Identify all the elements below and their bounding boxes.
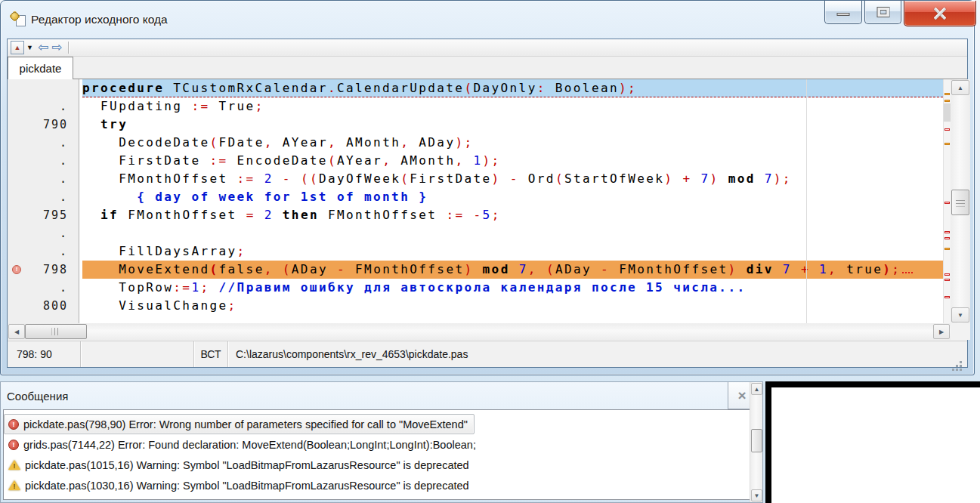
message-item[interactable]: !pickdate.pas(1030,16) Warning: Symbol "…: [4, 475, 476, 495]
browse-forward-icon[interactable]: ⇨: [51, 41, 62, 54]
line-number: 800: [43, 299, 68, 313]
close-button[interactable]: [904, 1, 976, 26]
code-line[interactable]: if FMonthOffset = 2 then FMonthOffset :=…: [82, 206, 943, 224]
warning-icon: !: [8, 460, 20, 471]
warning-scroll-mark: [944, 100, 950, 102]
file-path: C:\lazarus\components\rx_rev_4653\pickda…: [228, 341, 967, 367]
close-icon: [940, 12, 955, 15]
horizontal-scrollbar-thumb[interactable]: [25, 324, 87, 339]
editor-toolbar: ▲ ▼ ⇦ ⇨: [8, 39, 967, 57]
thumb-grip: [956, 199, 965, 207]
maximize-icon: [877, 8, 889, 17]
vertical-scrollbar-thumb[interactable]: [951, 190, 969, 215]
editor-client-area: ▲ ▼ ⇦ ⇨ pickdate .790....795..!798.800 p…: [7, 39, 968, 368]
gutter-cell[interactable]: .: [8, 134, 79, 152]
thumb-grip: [52, 328, 60, 335]
title-bar[interactable]: Редактор исходного кода: [1, 1, 974, 39]
tab-bar: pickdate: [8, 57, 967, 79]
gutter-cell[interactable]: .: [8, 224, 79, 242]
line-number: .: [60, 172, 68, 186]
window-title: Редактор исходного кода: [31, 13, 168, 26]
messages-title: Сообщения: [7, 390, 68, 403]
code-line[interactable]: FMonthOffset := 2 - ((DayOfWeek(FirstDat…: [82, 170, 943, 188]
gutter-cell[interactable]: .: [8, 170, 79, 188]
scroll-down-button[interactable]: ▼: [751, 489, 762, 501]
gutter-cell[interactable]: !798: [8, 261, 79, 279]
gutter-cell[interactable]: [8, 79, 79, 97]
editor-zone: .790....795..!798.800 procedure TCustomR…: [8, 79, 970, 323]
line-number: 798: [43, 263, 68, 276]
messages-title-bar[interactable]: Сообщения: [1, 382, 762, 409]
messages-scrollbar-thumb[interactable]: [751, 429, 762, 452]
gutter-cell[interactable]: 800: [8, 297, 79, 315]
error-scroll-mark: [944, 279, 950, 281]
code-line[interactable]: FillDaysArray;: [82, 242, 943, 261]
code-line[interactable]: try: [82, 116, 943, 134]
insert-mode-indicator: ВСТ: [194, 341, 228, 367]
caret-position: 798: 90: [8, 341, 81, 367]
line-number: .: [60, 245, 68, 258]
gear-shape: [11, 12, 19, 20]
messages-window: Сообщения × !pickdate.pas(798,90) Error:…: [0, 381, 763, 503]
toolbar-separator: [68, 42, 69, 54]
browse-back-icon[interactable]: ⇦: [38, 41, 48, 54]
resize-grip[interactable]: [960, 361, 962, 363]
horizontal-scrollbar[interactable]: ◀ ▶: [8, 323, 951, 340]
warning-icon: !: [8, 480, 20, 491]
scroll-right-button[interactable]: ▶: [933, 324, 950, 339]
code-line[interactable]: VisualChange;: [82, 297, 943, 315]
lazarus-app-icon: [11, 11, 26, 26]
message-item[interactable]: !pickdate.pas(798,90) Error: Wrong numbe…: [4, 414, 475, 434]
minimize-icon: [837, 13, 850, 16]
code-line[interactable]: DecodeDate(FDate, AYear, AMonth, ADay);: [82, 134, 943, 152]
minimize-button[interactable]: [824, 1, 862, 24]
visible-range-indicator: [944, 103, 951, 122]
error-squiggle-icon: [902, 270, 913, 273]
scroll-down-button[interactable]: ▼: [951, 307, 969, 322]
line-number: .: [60, 100, 68, 113]
error-mark-icon: !: [12, 265, 21, 274]
maximize-button[interactable]: [864, 1, 901, 24]
gutter-cell[interactable]: 790: [8, 116, 79, 134]
scroll-up-button[interactable]: ▲: [951, 80, 969, 95]
error-scroll-mark: [944, 296, 950, 298]
background-window: [765, 381, 980, 503]
gutter[interactable]: .790....795..!798.800: [8, 79, 79, 323]
warning-scroll-mark: [944, 143, 950, 145]
code-area[interactable]: procedure TCustomRxCalendar.CalendarUpda…: [82, 79, 943, 323]
line-number: .: [60, 154, 68, 168]
gutter-cell[interactable]: .: [8, 152, 79, 170]
gutter-cell[interactable]: .: [8, 279, 79, 297]
background-window-content: [771, 387, 980, 503]
jump-back-icon[interactable]: ▲: [11, 41, 24, 54]
warning-scroll-mark: [944, 248, 950, 250]
code-line[interactable]: procedure TCustomRxCalendar.CalendarUpda…: [82, 79, 943, 97]
code-line[interactable]: FUpdating := True;: [82, 97, 943, 116]
gutter-cell[interactable]: .: [8, 188, 79, 206]
line-number: 790: [43, 118, 68, 131]
code-line[interactable]: { day of week for 1st of month }: [82, 188, 943, 206]
messages-scrollbar[interactable]: ▲ ▼: [750, 382, 762, 502]
chevron-down-icon[interactable]: ▼: [26, 44, 33, 51]
message-item[interactable]: !grids.pas(7144,22) Error: Found declara…: [4, 434, 483, 455]
message-item[interactable]: !pickdate.pas(1015,16) Warning: Symbol "…: [4, 455, 476, 475]
line-number: .: [60, 136, 68, 150]
vertical-scrollbar[interactable]: ▲ ▼: [951, 79, 970, 323]
code-line[interactable]: [82, 224, 943, 242]
gutter-cell[interactable]: .: [8, 242, 79, 261]
error-scroll-mark: [944, 128, 950, 131]
gutter-cell[interactable]: .: [8, 97, 79, 116]
scroll-left-button[interactable]: ◀: [8, 324, 25, 339]
gutter-cell[interactable]: 795: [8, 206, 79, 224]
error-scroll-mark: [944, 202, 950, 204]
error-scroll-mark: [944, 273, 950, 276]
scroll-up-button[interactable]: ▲: [751, 383, 762, 395]
code-line[interactable]: TopRow:=1; //Правим ошибку для автоскрол…: [82, 279, 943, 297]
error-icon: !: [8, 440, 19, 450]
messages-list: !pickdate.pas(798,90) Error: Wrong numbe…: [3, 409, 760, 500]
code-line[interactable]: FirstDate := EncodeDate(AYear, AMonth, 1…: [82, 152, 943, 170]
scroll-marks-strip: [943, 79, 951, 323]
scrollbar-corner: [951, 323, 970, 340]
tab-pickdate[interactable]: pickdate: [8, 57, 73, 79]
code-line[interactable]: MoveExtend(false, (ADay - FMonthOffset) …: [82, 261, 943, 279]
